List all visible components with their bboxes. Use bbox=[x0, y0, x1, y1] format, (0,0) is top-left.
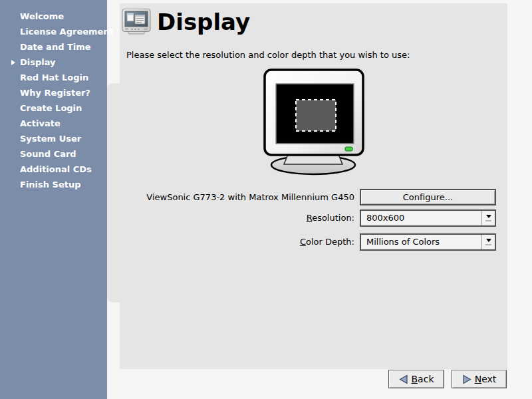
back-button[interactable]: Back bbox=[388, 370, 444, 388]
resolution-selection-rect bbox=[296, 100, 336, 131]
setup-steps-sidebar: Welcome License Agreement Date and Time … bbox=[0, 0, 107, 399]
next-button-label: Next bbox=[475, 374, 497, 384]
sidebar-item-date-and-time: Date and Time bbox=[0, 39, 107, 55]
content-panel-tab bbox=[107, 83, 120, 303]
combo-bar-icon bbox=[485, 220, 491, 221]
sidebar-item-license-agreement: License Agreement bbox=[0, 24, 107, 39]
color-depth-dropdown-button[interactable] bbox=[481, 235, 495, 249]
chevron-down-icon bbox=[486, 239, 491, 242]
sidebar-item-finish-setup: Finish Setup bbox=[0, 177, 107, 192]
device-label: ViewSonic G773-2 with Matrox Millennium … bbox=[146, 189, 354, 205]
sidebar-item-why-register: Why Register? bbox=[0, 85, 107, 100]
back-arrow-icon bbox=[399, 374, 408, 384]
next-button[interactable]: Next bbox=[452, 370, 507, 388]
sidebar-item-sound-card: Sound Card bbox=[0, 146, 107, 162]
sidebar-item-create-login: Create Login bbox=[0, 100, 107, 116]
sidebar-item-activate: Activate bbox=[0, 116, 107, 131]
active-step-arrow-icon bbox=[11, 60, 15, 65]
chevron-down-icon bbox=[486, 215, 491, 218]
resolution-dropdown-button[interactable] bbox=[481, 211, 495, 225]
monitor-illustration bbox=[262, 68, 366, 180]
crt-monitor-icon bbox=[122, 7, 151, 38]
sidebar-item-system-user: System User bbox=[0, 131, 107, 146]
power-led bbox=[345, 147, 352, 151]
sidebar-item-additional-cds: Additional CDs bbox=[0, 162, 107, 177]
resolution-label: Resolution: bbox=[307, 209, 354, 227]
sidebar-item-red-hat-login: Red Hat Login bbox=[0, 70, 107, 85]
sidebar-item-welcome: Welcome bbox=[0, 9, 107, 24]
page-title: Display bbox=[157, 9, 250, 35]
combo-bar-icon bbox=[485, 244, 491, 245]
next-arrow-icon bbox=[462, 374, 471, 384]
instruction-text: Please select the resolution and color d… bbox=[126, 50, 410, 60]
sidebar-item-display-current: Display bbox=[0, 55, 107, 70]
resolution-value: 532x399 bbox=[361, 211, 481, 225]
color-depth-value: Millions of Colors bbox=[361, 235, 481, 249]
back-button-label: Back bbox=[412, 374, 434, 384]
color-depth-dropdown[interactable]: Millions of Colors bbox=[360, 233, 496, 251]
color-depth-label: Color Depth: bbox=[300, 233, 354, 251]
resolution-dropdown[interactable]: 532x399 bbox=[360, 209, 496, 227]
configure-button[interactable]: Configure... bbox=[360, 189, 496, 205]
